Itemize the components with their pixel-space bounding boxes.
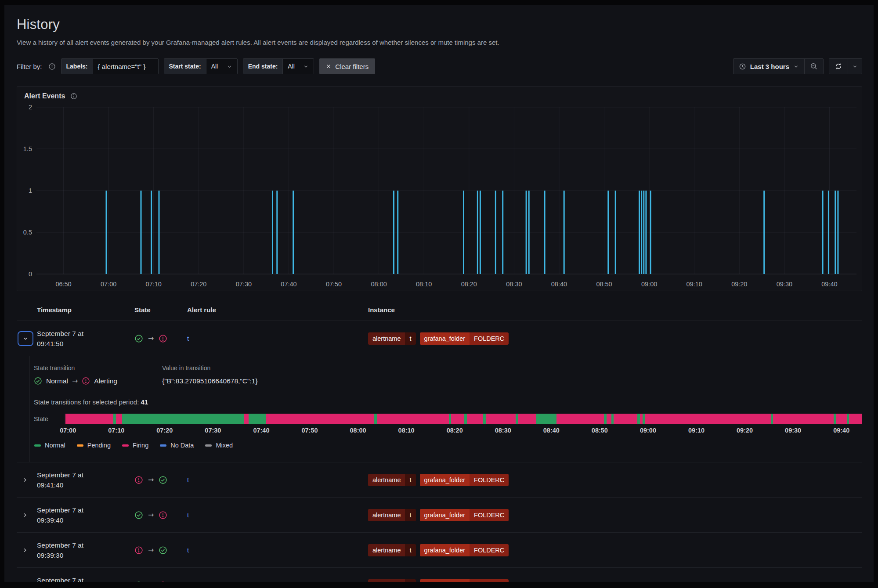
labels-filter-group: Labels: { alertname="t" } [61, 58, 159, 74]
value-in-transition-label: Value in transition [162, 364, 862, 372]
timeline-segment-normal [464, 414, 467, 424]
exclamation-circle-icon [159, 334, 167, 343]
row-timestamp: September 7 at09:38:20 [37, 575, 134, 582]
legend-swatch [77, 444, 83, 447]
exclamation-circle-icon [159, 581, 167, 582]
timeline-tick: 08:50 [592, 427, 608, 434]
label-chip: alertnamet [368, 332, 416, 345]
clear-filters-button[interactable]: Clear filters [319, 58, 375, 74]
arrow-right-icon: → [148, 334, 154, 343]
timeline-tick: 07:30 [205, 427, 221, 434]
svg-text:07:50: 07:50 [326, 281, 342, 288]
panel-title: Alert Events [24, 92, 65, 100]
label-chip: grafana_folderFOLDERC [420, 474, 509, 486]
label-chip: alertnamet [368, 509, 416, 521]
timeline-segment-firing [467, 414, 483, 424]
state-timeline-bar[interactable] [65, 414, 862, 424]
expand-row-button[interactable] [19, 581, 31, 582]
svg-text:08:40: 08:40 [551, 281, 567, 288]
refresh-interval-dropdown[interactable] [848, 59, 862, 74]
state-transition-label: State transition [34, 364, 162, 372]
svg-text:09:30: 09:30 [777, 281, 792, 288]
exclamation-circle-icon [82, 377, 90, 385]
timeline-tick: 07:50 [301, 427, 318, 434]
timeline-segment-normal [122, 414, 244, 424]
timeline-segment-firing [614, 414, 637, 424]
timeline-legend: Normal Pending Firing No Data Mixed [34, 442, 862, 449]
exclamation-circle-icon [134, 476, 143, 484]
alert-rule-link[interactable]: t [187, 335, 189, 342]
refresh-group [829, 58, 862, 74]
alert-events-table: Timestamp State Alert rule Instance Sept… [17, 303, 862, 582]
clear-filters-label: Clear filters [335, 63, 369, 70]
timeline-segment-firing [645, 414, 771, 424]
legend-item: Normal [34, 442, 65, 449]
svg-text:06:50: 06:50 [55, 281, 71, 288]
exclamation-circle-icon [159, 511, 167, 519]
zoom-out-button[interactable] [805, 59, 823, 74]
end-state-select[interactable]: All [283, 59, 314, 74]
chevron-right-icon [22, 512, 28, 518]
legend-item: No Data [160, 442, 194, 449]
timeline-segment-firing [836, 414, 847, 424]
check-circle-icon [159, 476, 167, 484]
timeline-segment-firing [266, 414, 374, 424]
svg-text:09:10: 09:10 [687, 281, 702, 288]
alert-events-chart[interactable]: 06:5007:0007:1007:2007:3007:4007:5008:00… [17, 101, 862, 291]
timeline-tick: 09:00 [640, 427, 656, 434]
timeline-tick: 08:40 [543, 427, 560, 434]
arrow-right-icon: → [148, 511, 154, 519]
alert-rule-link[interactable]: t [187, 581, 189, 582]
timeline-segment-firing [849, 414, 862, 424]
chevron-down-icon [852, 64, 858, 69]
row-timestamp: September 7 at09:41:40 [37, 470, 134, 490]
collapse-row-button[interactable] [18, 331, 33, 346]
table-row: September 7 at09:38:20 → t alertnamet gr… [17, 567, 862, 582]
expand-row-button[interactable] [19, 545, 31, 555]
timeline-segment-firing [518, 414, 536, 424]
alert-rule-link[interactable]: t [187, 546, 189, 554]
check-circle-icon [159, 546, 167, 555]
info-icon [48, 63, 56, 70]
svg-text:0.5: 0.5 [23, 229, 32, 236]
alert-rule-link[interactable]: t [187, 511, 189, 519]
table-row: September 7 at09:39:40 → t alertnamet gr… [17, 497, 862, 532]
value-in-transition: {"B":83.27095106640678,"C":1} [162, 377, 862, 385]
alert-rule-link[interactable]: t [187, 476, 189, 483]
start-state-select[interactable]: All [206, 59, 237, 74]
chevron-down-icon [793, 64, 799, 69]
row-timestamp: September 7 at09:39:30 [37, 540, 134, 560]
svg-text:09:00: 09:00 [641, 281, 657, 288]
timeline-segment-firing [607, 414, 611, 424]
row-state-transition: → [134, 334, 187, 343]
timeline-segment-normal [374, 414, 377, 424]
expand-row-button[interactable] [19, 475, 31, 485]
labels-filter-input[interactable]: { alertname="t" } [93, 59, 158, 74]
svg-text:07:00: 07:00 [101, 281, 116, 288]
svg-text:08:10: 08:10 [416, 281, 432, 288]
timeline-tick: 09:40 [833, 427, 849, 434]
svg-text:07:10: 07:10 [146, 281, 162, 288]
svg-text:1: 1 [29, 187, 32, 194]
timeline-tick: 07:10 [108, 427, 124, 434]
filter-by-label: Filter by: [17, 63, 42, 70]
timeline-segment-firing [640, 414, 643, 424]
state-timeline: State 07:0007:1007:2007:3007:4007:5008:0… [34, 414, 862, 449]
alert-events-panel: Alert Events 06:5007:0007:1007:2007:3007… [17, 87, 862, 291]
label-chip: grafana_folderFOLDERC [420, 332, 509, 345]
row-timestamp: September 7 at09:41:50 [37, 328, 134, 349]
clock-icon [739, 63, 746, 70]
expand-row-button[interactable] [19, 510, 31, 520]
table-row: September 7 at09:41:40 → t alertnamet gr… [17, 462, 862, 497]
legend-swatch [205, 444, 212, 447]
check-circle-icon [34, 377, 42, 385]
time-range-label: Last 3 hours [750, 63, 789, 70]
row-instance-labels: alertnamet grafana_folderFOLDERC [368, 579, 862, 582]
svg-text:08:50: 08:50 [596, 281, 612, 288]
timeline-segment-normal [536, 414, 556, 424]
time-range-picker[interactable]: Last 3 hours [733, 59, 804, 74]
search-minus-icon [810, 62, 818, 70]
row-state-transition: → [134, 546, 187, 555]
start-state-value: All [211, 63, 218, 70]
refresh-button[interactable] [829, 59, 848, 74]
